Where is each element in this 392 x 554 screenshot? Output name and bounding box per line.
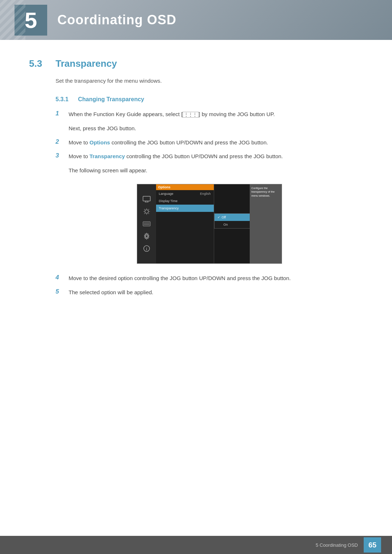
svg-line-12 — [148, 209, 149, 210]
footer-chapter-label: 5 Coordinating OSD — [316, 542, 358, 548]
svg-text:i: i — [146, 247, 147, 251]
footer-page-number: 65 — [364, 537, 381, 553]
section-number: 5.3 — [29, 58, 49, 69]
osd-submenu-on: On — [215, 221, 250, 228]
steps-list-2: 4 Move to the desired option controlling… — [56, 274, 363, 297]
svg-line-11 — [144, 213, 145, 214]
osd-tooltip-text: Configure the transparency of the menu w… — [252, 186, 280, 198]
osd-menu-language: Language English — [156, 190, 214, 197]
step-5-text: The selected option will be applied. — [69, 288, 153, 297]
svg-point-16 — [145, 235, 148, 237]
osd-menu-panel: Options Language English Display Time Tr… — [156, 184, 214, 263]
section-description: Set the transparency for the menu window… — [56, 77, 363, 85]
osd-icon-lines — [141, 219, 152, 228]
osd-menu-transparency: Transparency — [156, 205, 214, 212]
subsection-heading: 5.3.1 Changing Transparency — [56, 96, 363, 103]
osd-menu-display-time: Display Time — [156, 197, 214, 205]
step-4-text: Move to the desired option controlling t… — [69, 274, 291, 283]
osd-icons-column: i — [137, 184, 156, 263]
page-footer: 5 Coordinating OSD 65 — [0, 536, 392, 554]
step-2: 2 Move to Options controlling the JOG bu… — [56, 138, 363, 147]
step-1: 1 When the Function Key Guide appears, s… — [56, 110, 363, 119]
svg-rect-0 — [143, 196, 150, 201]
section-title: Transparency — [56, 58, 117, 69]
main-content: 5.3 Transparency Set the transparency fo… — [0, 40, 392, 338]
subsection-title: Changing Transparency — [78, 96, 144, 103]
osd-screenshot-container: i Options Language English Display Time … — [56, 184, 363, 264]
step-5-number: 5 — [56, 288, 66, 295]
svg-line-10 — [148, 213, 149, 214]
osd-icon-monitor — [141, 195, 152, 204]
osd-tooltip: Configure the transparency of the menu w… — [250, 184, 282, 263]
osd-image: i Options Language English Display Time … — [137, 184, 282, 264]
svg-point-4 — [145, 210, 148, 213]
osd-icon-info: i — [141, 244, 152, 253]
osd-submenu-off: ✓Off — [215, 214, 250, 221]
svg-line-9 — [144, 209, 145, 210]
chapter-title: Coordinating OSD — [57, 12, 176, 28]
chapter-header: 5 Coordinating OSD — [0, 0, 392, 40]
step-5: 5 The selected option will be applied. — [56, 288, 363, 297]
step-1-text: When the Function Key Guide appears, sel… — [69, 110, 275, 119]
step-3-number: 3 — [56, 152, 66, 159]
step-3-subtext: The following screen will appear. — [69, 166, 363, 175]
osd-icon-gear — [141, 232, 152, 241]
osd-icon-brightness — [141, 207, 152, 216]
step-3-text: Move to Transparency controlling the JOG… — [69, 152, 283, 161]
steps-list: 1 When the Function Key Guide appears, s… — [56, 110, 363, 175]
step-1-number: 1 — [56, 110, 66, 117]
step-2-text: Move to Options controlling the JOG butt… — [69, 138, 268, 147]
header-stripes — [0, 0, 25, 40]
step-2-number: 2 — [56, 138, 66, 145]
osd-submenu: ✓Off On — [214, 213, 250, 229]
step-4-number: 4 — [56, 274, 66, 281]
step-3: 3 Move to Transparency controlling the J… — [56, 152, 363, 161]
section-heading: 5.3 Transparency — [29, 58, 363, 69]
subsection-number: 5.3.1 — [56, 96, 74, 103]
step-1-subtext: Next, press the JOG button. — [69, 124, 363, 133]
svg-rect-13 — [143, 222, 150, 226]
osd-menu-header: Options — [156, 184, 214, 190]
step-4: 4 Move to the desired option controlling… — [56, 274, 363, 283]
